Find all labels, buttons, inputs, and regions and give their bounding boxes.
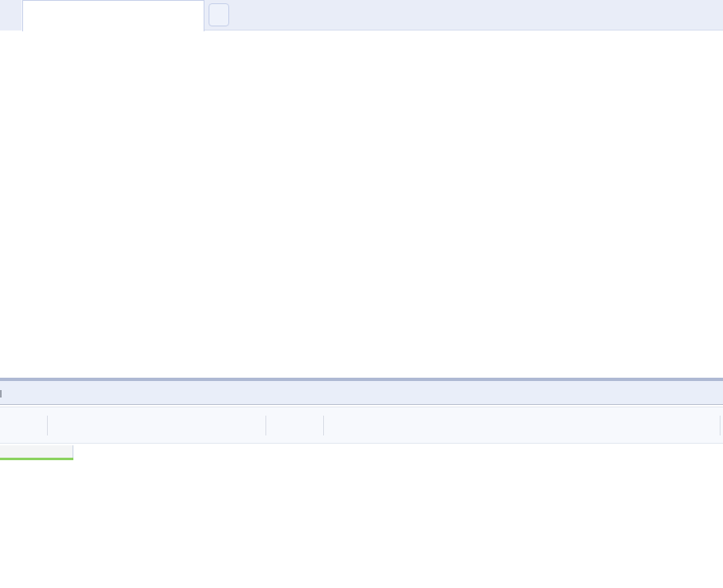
column-accent-bar [0,458,73,460]
tab-bar [0,0,723,31]
results-toolbar [0,407,723,444]
new-tab-button[interactable] [209,3,229,26]
tab-workflow[interactable] [22,0,204,31]
previous-tab-stub[interactable] [0,0,22,31]
toolbar-separator [720,416,721,435]
toolbar-separator [323,416,324,435]
results-grid [0,445,73,460]
alteryx-designer-window [0,0,723,588]
column-header-reference[interactable] [0,445,73,458]
results-panel-header [0,381,723,405]
clipped-text-fragment [0,390,2,397]
toolbar-separator [47,416,48,435]
workflow-canvas[interactable] [0,31,723,378]
toolbar-separator [265,416,266,435]
